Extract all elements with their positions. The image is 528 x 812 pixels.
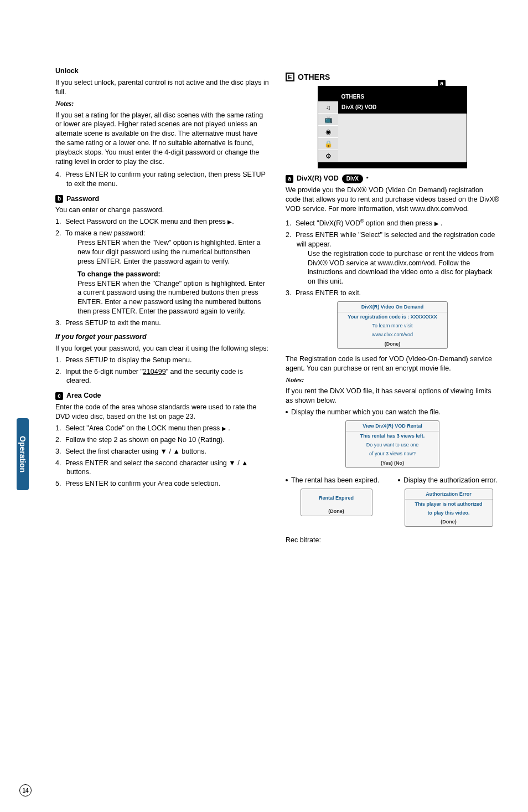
dialog-auth-error: Authorization Error This player is not a… xyxy=(405,489,493,527)
forgot-body: If you forget your password, you can cle… xyxy=(55,344,269,353)
area-step-1: 1.Select "Area Code" on the LOCK menu th… xyxy=(55,424,269,433)
password-step-2: 2.To make a new password: Press ENTER wh… xyxy=(55,229,269,316)
divx-step-2b: Use the registration code to purchase or… xyxy=(297,249,499,287)
divx-title: DivX(R) VOD xyxy=(297,174,339,183)
divx-body: We provide you the DivX® VOD (Video On D… xyxy=(286,186,499,214)
dialog1-l3: www.divx.com/vod xyxy=(338,330,447,339)
dialog-rental-expired: Rental Expired (Done) xyxy=(301,489,372,516)
area-step-3-text: Select the first character using ▼ / ▲ b… xyxy=(65,448,206,455)
change-pw-body: Press ENTER when the "Change" option is … xyxy=(66,279,269,317)
password-heading: b Password xyxy=(55,194,269,204)
dialog-registration: DivX(R) Video On Demand Your registratio… xyxy=(337,301,448,349)
menu-item-divx: DivX (R) VOD xyxy=(338,101,467,114)
area-heading: c Area Code xyxy=(55,391,269,400)
menu-icon-5: ⚙ xyxy=(318,150,338,162)
rec-bitrate-label: Rec bitrate: xyxy=(286,536,499,545)
area-title: Area Code xyxy=(66,391,101,400)
notes-body-1: If you set a rating for the player, all … xyxy=(55,111,269,167)
area-body-2: page 23. xyxy=(168,413,195,420)
divx-step-1a: Select "DivX(R) VOD xyxy=(296,219,360,227)
menu-icon-2: 📺 xyxy=(318,114,338,126)
letter-a-icon: a xyxy=(286,175,293,183)
page-number: 14 xyxy=(19,784,32,796)
password-step-3: 3.Press SETUP to exit the menu. xyxy=(55,318,269,328)
rating-step-4: 4.Press ENTER to confirm your rating sel… xyxy=(55,170,269,189)
left-column: Unlock If you select unlock, parental co… xyxy=(55,66,269,547)
area-step-2-text: Follow the step 2 as shown on page No 10… xyxy=(65,436,225,444)
menu-icon-1: ♫ xyxy=(318,101,338,114)
divx-heading: a DivX(R) VOD DivX* xyxy=(286,174,499,183)
others-menu-screenshot: a xOTHERS ♫ 📺 ◉ 🔒 ⚙ DivX (R) VOD xyxy=(318,86,467,169)
bullet-dot-icon-2 xyxy=(286,479,288,481)
dialog1-done: (Done) xyxy=(338,340,447,348)
security-code-number: 210499 xyxy=(143,368,166,376)
dialog2-title: View DivX(R) VOD Rental xyxy=(346,421,439,431)
rating-step-4-text: Press ENTER to confirm your rating selec… xyxy=(65,171,266,188)
dialog4-title: Authorization Error xyxy=(405,489,493,500)
letter-b-icon: b xyxy=(55,195,63,203)
play-right-icon-3: ▶ xyxy=(434,220,439,227)
unlock-title: Unlock xyxy=(55,66,269,76)
dialog4-l1: This player is not authorized xyxy=(405,500,493,508)
dialog2-l2: Do you want to use one xyxy=(346,440,439,449)
area-step-5: 5.Press ENTER to confirm your Area code … xyxy=(55,479,269,489)
badge-a-line xyxy=(442,88,442,104)
dialog4-l2: to play this video. xyxy=(405,508,493,517)
bullet-3-text: Display the authorization error. xyxy=(403,476,498,485)
dialog3-l1: Rental Expired xyxy=(301,489,372,507)
password-title: Password xyxy=(66,194,99,204)
area-step-5-text: Press ENTER to confirm your Area code se… xyxy=(65,480,220,487)
dialog1-l1: Your registration code is : XXXXXXXX xyxy=(338,312,447,321)
area-step-3: 3.Select the first character using ▼ / ▲… xyxy=(55,447,269,456)
forgot-title: If you forget your password xyxy=(55,332,269,342)
password-intro: You can enter or change password. xyxy=(55,205,269,215)
divx-step-2-text: Press ENTER while "Select" is selected a… xyxy=(296,231,495,248)
area-step-1-text: Select "Area Code" on the LOCK menu then… xyxy=(65,424,220,432)
dialog2-done: (Yes) (No) xyxy=(346,459,439,467)
change-pw-title: To change the password: xyxy=(66,270,269,279)
others-title: OTHERS xyxy=(298,72,330,83)
others-heading: E OTHERS xyxy=(286,72,499,83)
bullet-dot-icon xyxy=(286,411,288,413)
area-body-1: Enter the code of the area whose standar… xyxy=(55,403,256,420)
bullet-1: Display the number which you can watch t… xyxy=(286,408,499,417)
password-step-2a: To make a new password: xyxy=(65,229,146,237)
notes-body-2: If you rent the DivX VOD file, it has se… xyxy=(286,387,499,405)
password-step-1: 1.Select Password on the LOCK menu and t… xyxy=(55,217,269,227)
dialog1-title: DivX(R) Video On Demand xyxy=(338,302,447,312)
divx-step-1: 1.Select "DivX(R) VOD® option and then p… xyxy=(286,218,499,228)
bullet-2: The rental has been expired. xyxy=(286,476,387,485)
page-content: Unlock If you select unlock, parental co… xyxy=(55,66,509,547)
letter-e-icon: E xyxy=(286,73,294,81)
dialog4-done: (Done) xyxy=(405,517,493,526)
password-step-3-text: Press SETUP to exit the menu. xyxy=(65,319,161,327)
forgot-step-2: 2.Input the 6-digit number "210499" and … xyxy=(55,367,269,386)
dialog3-done: (Done) xyxy=(301,507,372,516)
divx-step-2: 2.Press ENTER while "Select" is selected… xyxy=(286,230,499,286)
dialog2-l3: of your 3 views now? xyxy=(346,449,439,458)
registration-text: The Registration code is used for VOD (V… xyxy=(286,354,499,373)
divx-step-3: 3.Press ENTER to exit. xyxy=(286,289,499,298)
forgot-step-1: 1.Press SETUP to display the Setup menu. xyxy=(55,356,269,365)
bullet-2-text: The rental has been expired. xyxy=(291,476,379,485)
menu-icons-column: ♫ 📺 ◉ 🔒 ⚙ xyxy=(318,101,338,162)
area-step-4: 4.Press ENTER and select the second char… xyxy=(55,459,269,477)
menu-tab-others: OTHERS xyxy=(341,93,365,101)
unlock-body: If you select unlock, parental control i… xyxy=(55,78,269,97)
divx-step-1b: option and then press xyxy=(364,219,432,227)
dialog2-l1: This rental has 3 views left. xyxy=(346,431,439,440)
notes-label-1: Notes: xyxy=(55,99,269,109)
divx-pill-icon: DivX xyxy=(342,174,363,183)
password-step-1-text: Select Password on the LOCK menu and the… xyxy=(65,218,226,225)
area-step-4-text: Press ENTER and select the second charac… xyxy=(65,459,248,476)
play-right-icon-2: ▶ xyxy=(222,425,226,431)
divx-step-3-text: Press ENTER to exit. xyxy=(296,289,361,297)
play-right-icon: ▶ xyxy=(227,219,232,225)
badge-a-icon: a xyxy=(438,80,446,88)
notes-label-2: Notes: xyxy=(286,376,499,385)
menu-icon-4: 🔒 xyxy=(318,138,338,150)
area-step-2: 2.Follow the step 2 as shown on page No … xyxy=(55,435,269,445)
bullet-dot-icon-3 xyxy=(398,479,400,481)
forgot-step-2a: Input the 6-digit number " xyxy=(65,368,143,376)
letter-c-icon: c xyxy=(55,392,63,400)
